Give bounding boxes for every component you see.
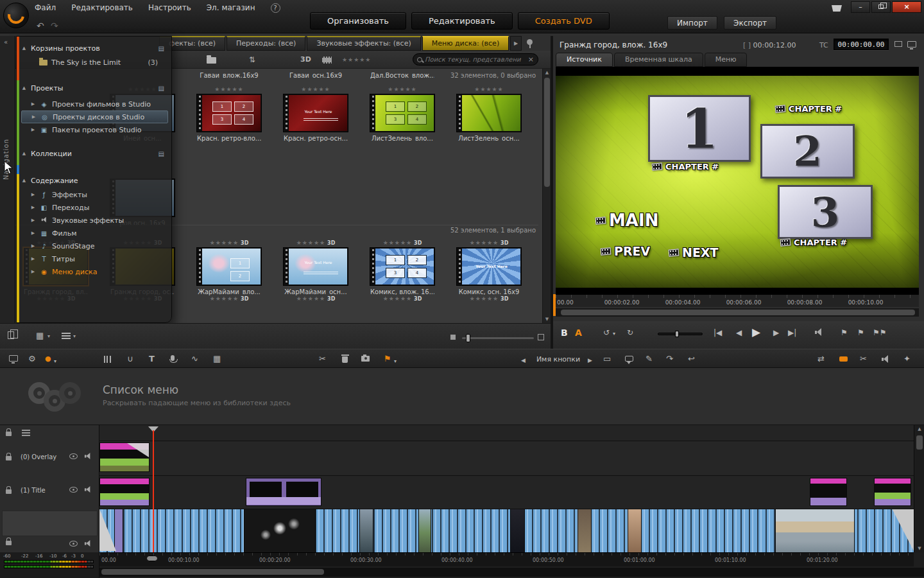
tree-item-movies[interactable]: ▶ ▦ Фильм <box>21 227 168 240</box>
expand-icon[interactable]: ▶ <box>31 114 37 119</box>
rating-stars[interactable]: ★★★★★ <box>301 86 330 92</box>
scrollbar-thumb[interactable] <box>101 569 324 575</box>
list-view-icon[interactable] <box>62 333 71 340</box>
curve-tool-icon[interactable]: ↷ <box>666 355 673 363</box>
expand-icon[interactable]: ▶ <box>30 256 36 261</box>
tab-organize[interactable]: Организовать <box>310 12 406 30</box>
tree-item-disc-projects[interactable]: ▶ ◎ Проекты дисков в Studio <box>21 110 168 123</box>
item-label[interactable]: Гаваи_влож.16x9 <box>197 72 261 79</box>
library-item[interactable]: ★★★★★ 1 2 3 4 ЛистЗелень_вло... <box>370 86 434 142</box>
timecode-field[interactable]: 00:00:00.00 <box>834 39 889 50</box>
zoom-slider-thumb[interactable] <box>466 334 470 342</box>
main-track-header[interactable] <box>2 511 98 536</box>
orange-tag-icon[interactable] <box>839 356 848 362</box>
rating-stars[interactable]: ★★★★★ <box>210 295 239 302</box>
playhead[interactable] <box>153 430 154 552</box>
search-clear-icon[interactable]: × <box>528 55 534 64</box>
rating-stars[interactable]: ★★★★★ <box>470 295 499 302</box>
rating-filter-stars[interactable]: ★★★★★ <box>342 57 371 63</box>
split-clip-icon[interactable]: ✂ <box>860 355 867 363</box>
loop-icon[interactable]: ↺ <box>603 328 610 337</box>
library-item[interactable]: ★★★★★ Your Text Here Красн. ретро-осн... <box>284 86 348 142</box>
fullscreen-icon[interactable] <box>894 41 902 47</box>
library-scrollbar[interactable]: ▲ ▼ <box>542 69 551 323</box>
frame-back-button[interactable]: ◀ <box>736 328 742 337</box>
filter-3d-button[interactable]: 3D <box>300 55 311 64</box>
transition-fade[interactable] <box>127 443 149 457</box>
zoom-in-icon[interactable] <box>538 334 544 340</box>
item-label[interactable]: Гаваи_осн.16x9 <box>284 72 348 79</box>
library-item[interactable]: ★★★★★3D Your Text Here ЖарМайами_осн... … <box>284 240 348 303</box>
tabs-overflow-icon[interactable]: ▶ <box>510 36 522 51</box>
app-logo-icon[interactable] <box>3 3 29 28</box>
tab-source[interactable]: Источник <box>556 53 613 67</box>
title-track-lane[interactable] <box>99 475 914 509</box>
second-display-icon[interactable] <box>907 41 916 48</box>
undo-icon[interactable]: ↶ <box>37 21 44 31</box>
preview-mode-icon[interactable] <box>9 355 18 362</box>
tab-sound-effects[interactable]: Звуковые эффекты: (все) <box>307 36 420 51</box>
cart-icon[interactable] <box>832 5 842 12</box>
expand-icon[interactable]: ▶ <box>30 243 36 249</box>
tree-item-sound-effects[interactable]: ▶ Звуковые эффекты <box>21 214 168 227</box>
pin-tab-icon[interactable] <box>527 39 533 45</box>
clip-photo[interactable] <box>628 509 642 552</box>
lock-icon[interactable] <box>6 489 12 494</box>
timeline-clip[interactable] <box>246 478 321 506</box>
tree-item-project-packages[interactable]: ▶ ▣ Пакеты проектов Studio <box>21 123 168 136</box>
menu-thumbnail[interactable]: 1 2 3 4 <box>370 248 434 285</box>
thumbnail-zoom-slider[interactable] <box>462 337 534 339</box>
item-label[interactable]: Дал.Восток_влож... <box>370 72 434 79</box>
eye-icon[interactable] <box>69 487 78 493</box>
timeline-clip[interactable] <box>810 478 847 506</box>
clip-photo[interactable] <box>359 509 373 552</box>
audio-mixer-icon[interactable] <box>104 356 112 363</box>
section-icon[interactable]: ▤ <box>158 150 164 157</box>
go-to-start-button[interactable]: |◀ <box>714 328 722 337</box>
expand-icon[interactable]: ▶ <box>30 231 36 236</box>
rating-stars[interactable]: ★★★★★ <box>388 86 416 92</box>
timeline-ruler[interactable]: 00.00 00:00:10.00 00:00:20.00 00:00:30.0… <box>99 552 914 566</box>
record-caret-icon[interactable]: ▾ <box>54 357 56 366</box>
loop-caret-icon[interactable]: ▾ <box>613 331 615 337</box>
expand-icon[interactable]: ▲ <box>21 151 27 156</box>
magnet-icon[interactable]: ∪ <box>127 355 133 363</box>
speaker-icon[interactable] <box>85 540 91 547</box>
speaker-icon[interactable] <box>85 453 91 459</box>
prev-button-name-icon[interactable]: ◀ <box>521 356 526 365</box>
swap-tracks-icon[interactable]: ⇄ <box>817 355 825 363</box>
edit-pencil-icon[interactable]: ✎ <box>646 355 653 363</box>
expand-icon[interactable]: ▶ <box>30 205 36 210</box>
menu-thumbnail[interactable]: 1 2 3 4 <box>197 94 261 132</box>
rating-stars[interactable]: ★★★★★ <box>214 86 243 92</box>
restore-button[interactable] <box>871 1 891 13</box>
library-item[interactable]: ★★★★★3D Your Text Here Комикс, осн. 16x9… <box>457 240 521 303</box>
menu-store[interactable]: Эл. магазин <box>207 3 255 13</box>
tab-transitions[interactable]: Переходы: (все) <box>227 36 305 51</box>
settings-gear-icon[interactable]: ⚙ <box>28 355 36 363</box>
menu-thumbnail[interactable]: 1 2 3 4 <box>370 94 434 132</box>
sort-icon[interactable]: ⇅ <box>249 55 255 64</box>
chapter-thumb-1[interactable]: 1 <box>648 95 751 162</box>
section-icon[interactable]: ▤ <box>158 85 164 92</box>
redo-icon[interactable]: ↷ <box>51 21 58 31</box>
menu-thumbnail[interactable]: Your Text Here <box>284 248 348 285</box>
rating-stars[interactable]: ★★★★★ <box>296 295 325 302</box>
marker2-icon[interactable]: ⚑ <box>857 328 864 337</box>
timeline-clip[interactable] <box>874 478 911 506</box>
clip-photo[interactable] <box>775 509 855 552</box>
copy-view-icon[interactable] <box>8 331 14 339</box>
eye-icon[interactable] <box>69 453 78 459</box>
play-button[interactable]: ▶ <box>752 326 760 338</box>
tree-item-effects[interactable]: ▶ ƒ Эффекты <box>21 188 168 201</box>
rating-stars[interactable]: ★★★★★ <box>210 240 239 246</box>
razor-icon[interactable]: ✂ <box>319 355 326 363</box>
tree-item-disc-menus[interactable]: ▶ ◉ Меню диска <box>21 265 168 278</box>
tab-author-dvd[interactable]: Создать DVD <box>518 12 610 30</box>
shuttle-thumb[interactable] <box>675 331 679 337</box>
menu-file[interactable]: Файл <box>35 3 56 13</box>
menu-edit[interactable]: Редактировать <box>71 3 133 13</box>
menu-button-main[interactable]: MAIN <box>595 211 658 230</box>
overlay-track-lane[interactable] <box>99 441 914 475</box>
section-icon[interactable]: ▤ <box>158 45 164 52</box>
